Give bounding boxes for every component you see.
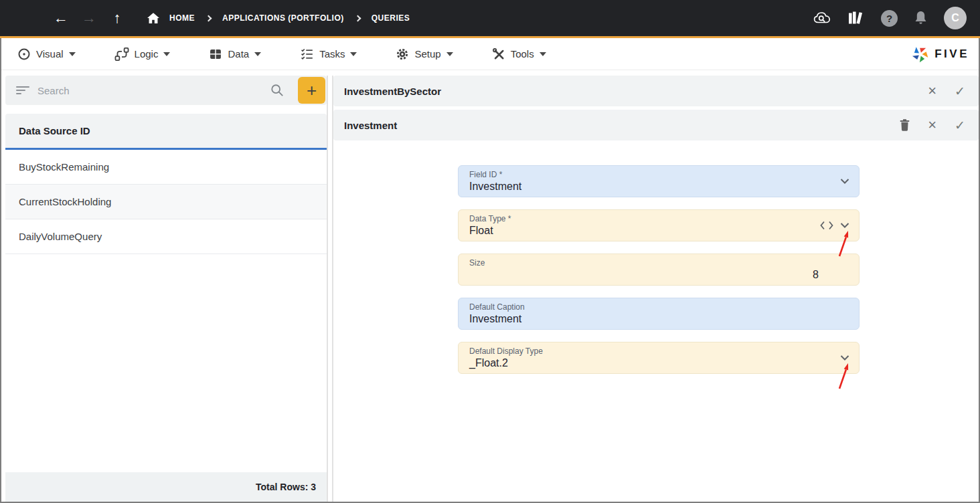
field-header-bar: Investment × ✓ (333, 110, 979, 140)
chevron-down-icon[interactable] (840, 179, 849, 185)
main-menubar: Visual Logic Data (1, 38, 979, 70)
field-value: _Float.2 (469, 357, 848, 369)
chevron-down-icon (446, 52, 453, 56)
list-empty-space (5, 254, 327, 472)
chevron-down-icon (163, 52, 170, 56)
close-icon: × (928, 118, 936, 132)
menu-logic-label: Logic (135, 48, 159, 60)
search-icon[interactable] (270, 84, 284, 97)
cloud-inspect-icon[interactable] (813, 11, 831, 26)
list-item[interactable]: CurrentStockHolding (5, 185, 327, 219)
search-input[interactable] (37, 85, 270, 96)
five-pinwheel-icon (912, 45, 929, 63)
breadcrumb-home[interactable]: HOME (169, 13, 195, 23)
menu-data-label: Data (228, 48, 249, 60)
field-label: Default Display Type (469, 346, 848, 356)
tasks-icon (300, 47, 314, 61)
chevron-down-icon (69, 52, 76, 56)
logic-icon (114, 47, 129, 61)
search-bar: + (5, 76, 327, 105)
forward-arrow-icon[interactable]: → (79, 9, 99, 27)
five-brand-text: FIVE (934, 47, 969, 61)
total-rows-footer: Total Rows: 3 (5, 472, 327, 502)
menu-tasks-label: Tasks (319, 48, 345, 60)
record-detail-panel: InvestmentBySector × ✓ Investment (332, 76, 979, 502)
chevron-down-icon (350, 52, 357, 56)
menu-logic[interactable]: Logic (114, 47, 171, 61)
up-arrow-icon[interactable]: ↑ (107, 9, 127, 27)
trash-icon (900, 119, 910, 131)
menu-visual-label: Visual (36, 48, 64, 60)
size-input[interactable]: Size 8 (458, 254, 860, 286)
five-brand-logo: FIVE (912, 45, 969, 63)
menu-tasks[interactable]: Tasks (300, 47, 357, 61)
data-source-list: Data Source ID BuyStockRemaining Current… (5, 114, 327, 502)
help-icon[interactable]: ? (881, 10, 898, 27)
default-display-type-select[interactable]: Default Display Type _Float.2 (458, 342, 860, 374)
chevron-down-icon[interactable] (840, 223, 849, 229)
library-books-icon[interactable] (848, 11, 864, 26)
data-type-select[interactable]: Data Type * Float (458, 209, 860, 241)
query-title: InvestmentBySector (344, 86, 441, 97)
setup-gear-icon (396, 47, 409, 61)
save-button[interactable]: ✓ (955, 119, 965, 132)
add-record-button[interactable]: + (298, 77, 325, 104)
default-caption-input[interactable]: Default Caption Investment (458, 298, 860, 330)
check-icon: ✓ (955, 119, 965, 132)
close-button[interactable]: × (928, 118, 936, 132)
chevron-down-icon[interactable] (840, 355, 849, 361)
chevron-down-icon (254, 52, 261, 56)
field-id-select[interactable]: Field ID * Investment (458, 165, 860, 197)
menu-setup-label: Setup (414, 48, 440, 60)
field-value: Investment (469, 181, 848, 193)
filter-icon[interactable] (16, 86, 29, 95)
breadcrumb-queries[interactable]: QUERIES (372, 13, 410, 23)
field-label: Field ID * (469, 170, 848, 179)
field-value: 8 (469, 269, 848, 281)
field-value: Float (469, 225, 848, 237)
breadcrumb-applications[interactable]: APPLICATIONS (PORTFOLIO) (222, 13, 344, 23)
menu-data[interactable]: Data (209, 47, 261, 61)
top-navigation-bar: ← → ↑ HOME APPLICATIONS (PORTFOLIO) QUER… (0, 0, 980, 36)
field-label: Default Caption (469, 302, 848, 312)
delete-button[interactable] (900, 119, 910, 131)
field-label: Data Type * (469, 214, 848, 223)
field-record-title: Investment (344, 120, 397, 131)
menu-setup[interactable]: Setup (396, 47, 453, 61)
close-icon: × (928, 84, 936, 98)
notifications-bell-icon[interactable] (914, 11, 927, 25)
menu-tools-label: Tools (511, 48, 534, 60)
menu-hamburger-icon[interactable] (16, 13, 31, 24)
breadcrumb: HOME APPLICATIONS (PORTFOLIO) QUERIES (147, 13, 410, 23)
home-icon[interactable] (147, 13, 159, 23)
chevron-down-icon (540, 52, 546, 56)
list-item[interactable]: DailyVolumeQuery (5, 219, 327, 254)
save-button[interactable]: ✓ (955, 85, 965, 98)
column-header-data-source-id[interactable]: Data Source ID (5, 114, 327, 150)
back-arrow-icon[interactable]: ← (51, 9, 71, 27)
breadcrumb-chevron-icon (206, 15, 212, 21)
visual-icon (17, 47, 31, 61)
tools-icon (492, 47, 505, 61)
field-label: Size (469, 258, 848, 268)
menu-tools[interactable]: Tools (492, 47, 546, 61)
records-list-panel: + Data Source ID BuyStockRemaining Curre… (5, 76, 328, 502)
data-icon (209, 47, 222, 61)
check-icon: ✓ (955, 85, 965, 98)
user-avatar[interactable]: C (944, 7, 967, 29)
close-button[interactable]: × (928, 84, 936, 98)
field-edit-form: Field ID * Investment Data Type * Float (333, 165, 979, 386)
menu-visual[interactable]: Visual (17, 47, 76, 61)
breadcrumb-chevron-icon (354, 15, 361, 21)
query-header-bar: InvestmentBySector × ✓ (333, 76, 979, 106)
code-brackets-icon[interactable] (820, 221, 833, 230)
list-item[interactable]: BuyStockRemaining (5, 150, 327, 185)
field-value: Investment (469, 313, 848, 325)
